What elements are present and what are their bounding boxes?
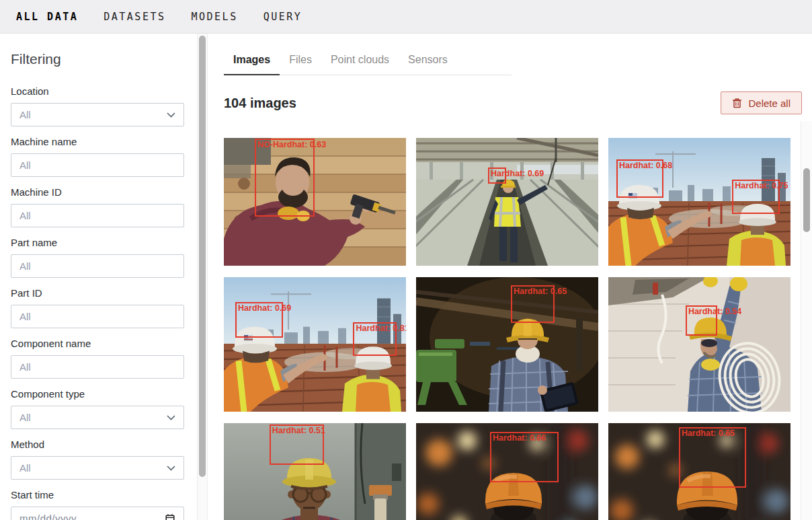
calendar-icon: [165, 513, 175, 520]
content-scrollbar[interactable]: [801, 121, 812, 520]
detection-label: Hardhat: 0.54: [688, 307, 741, 317]
start-time-input[interactable]: mm/dd/yyyy: [11, 507, 184, 520]
detection-label: Hardhat: 0.65: [682, 429, 735, 439]
main-content: Images Files Point clouds Sensors 104 im…: [208, 34, 812, 520]
nav-item-datasets[interactable]: DATASETS: [104, 11, 165, 23]
filter-sidebar: Filtering Location All Machine name Mach…: [0, 34, 197, 520]
detection-bbox: Hardhat: 0.51: [270, 424, 324, 465]
photo-engineer-tablet: [416, 277, 598, 412]
filter-label-start-time: Start time: [11, 489, 184, 500]
filter-label-method: Method: [11, 439, 184, 450]
chevron-down-icon: [167, 112, 175, 118]
image-thumbnail-3[interactable]: Hardhat: 0.68 Hardhat: 0.75: [608, 138, 790, 266]
tab-images[interactable]: Images: [224, 54, 280, 75]
detection-bbox: Hardhat: 0.69: [235, 302, 282, 338]
detection-label: Hardhat: 0.66: [493, 433, 546, 443]
filter-label-part-name: Part name: [11, 237, 184, 248]
image-grid: NO-Hardhat: 0.63: [224, 138, 790, 520]
filter-label-machine-id: Machine ID: [11, 186, 184, 198]
tab-files[interactable]: Files: [280, 54, 321, 75]
detection-bbox: Hardhat: 0.68: [616, 159, 663, 198]
image-thumbnail-7[interactable]: Hardhat: 0.51: [224, 423, 406, 520]
detection-label: Hardhat: 0.81: [356, 324, 406, 334]
image-thumbnail-4[interactable]: Hardhat: 0.69 Hardhat: 0.81: [224, 277, 406, 412]
detection-bbox: Hardhat: 0.65: [511, 285, 555, 323]
page-body: Filtering Location All Machine name Mach…: [0, 34, 812, 520]
detection-label: Hardhat: 0.51: [272, 426, 325, 436]
filter-label-part-id: Part ID: [11, 287, 184, 299]
photo-warehouse-worker: [416, 138, 598, 266]
detection-label: Hardhat: 0.75: [735, 181, 788, 191]
method-select[interactable]: All: [11, 456, 184, 480]
start-time-placeholder: mm/dd/yyyy: [19, 513, 77, 520]
tab-bar: Images Files Point clouds Sensors: [224, 54, 512, 75]
image-thumbnail-8[interactable]: Hardhat: 0.66: [416, 423, 598, 520]
delete-all-label: Delete all: [748, 98, 790, 109]
image-thumbnail-5[interactable]: Hardhat: 0.65: [416, 277, 598, 412]
sidebar-scrollbar[interactable]: [197, 34, 208, 520]
location-select-value: All: [19, 109, 31, 120]
filter-label-component-type: Component type: [11, 388, 184, 400]
nav-item-models[interactable]: MODELS: [192, 11, 238, 23]
part-id-input[interactable]: [11, 305, 184, 328]
sidebar-title: Filtering: [11, 51, 184, 67]
detection-bbox: Hardhat: 0.81: [353, 322, 397, 356]
part-name-input[interactable]: [11, 254, 184, 278]
detection-bbox: Hardhat: 0.66: [490, 432, 559, 482]
detection-label: NO-Hardhat: 0.63: [257, 140, 326, 150]
top-navigation: ALL DATA DATASETS MODELS QUERY: [0, 0, 812, 34]
chevron-down-icon: [167, 466, 175, 471]
detection-bbox: Hardhat: 0.65: [679, 427, 746, 488]
photo-carpenter-log-wall: [224, 138, 406, 266]
image-thumbnail-2[interactable]: Hardhat: 0.69: [416, 138, 598, 266]
detection-bbox: Hardhat: 0.54: [686, 305, 717, 336]
detection-bbox: Hardhat: 0.69: [488, 168, 506, 184]
image-thumbnail-6[interactable]: Hardhat: 0.54: [608, 277, 790, 412]
content-scrollbar-thumb[interactable]: [803, 168, 810, 232]
detection-label: Hardhat: 0.68: [619, 161, 672, 171]
sidebar-scrollbar-thumb[interactable]: [199, 36, 206, 477]
machine-name-input[interactable]: [11, 153, 184, 177]
photo-electrician-cable: [608, 277, 790, 412]
component-name-input[interactable]: [11, 355, 184, 379]
detection-label: Hardhat: 0.69: [491, 169, 544, 179]
location-select[interactable]: All: [11, 103, 184, 126]
chevron-down-icon: [167, 415, 175, 420]
image-thumbnail-9[interactable]: Hardhat: 0.65: [608, 423, 790, 520]
detection-label: Hardhat: 0.65: [514, 287, 567, 297]
gallery-header: 104 images Delete all: [224, 91, 802, 114]
image-thumbnail-1[interactable]: NO-Hardhat: 0.63: [224, 138, 406, 266]
component-type-select-value: All: [19, 412, 31, 423]
tab-point-clouds[interactable]: Point clouds: [321, 54, 399, 75]
trash-icon: [732, 98, 742, 108]
tab-sensors[interactable]: Sensors: [399, 54, 457, 75]
machine-id-input[interactable]: [11, 204, 184, 227]
delete-all-button[interactable]: Delete all: [721, 91, 802, 114]
detection-bbox: NO-Hardhat: 0.63: [255, 139, 315, 217]
filter-label-machine-name: Machine name: [11, 136, 184, 147]
filter-label-location: Location: [11, 85, 184, 97]
filter-label-component-name: Component name: [11, 338, 184, 349]
component-type-select[interactable]: All: [11, 406, 184, 429]
nav-item-all-data[interactable]: ALL DATA: [16, 11, 78, 23]
image-count: 104 images: [224, 96, 296, 111]
detection-bbox: Hardhat: 0.75: [732, 180, 779, 214]
detection-label: Hardhat: 0.69: [238, 303, 291, 313]
method-select-value: All: [19, 462, 31, 474]
nav-item-query[interactable]: QUERY: [263, 11, 302, 23]
